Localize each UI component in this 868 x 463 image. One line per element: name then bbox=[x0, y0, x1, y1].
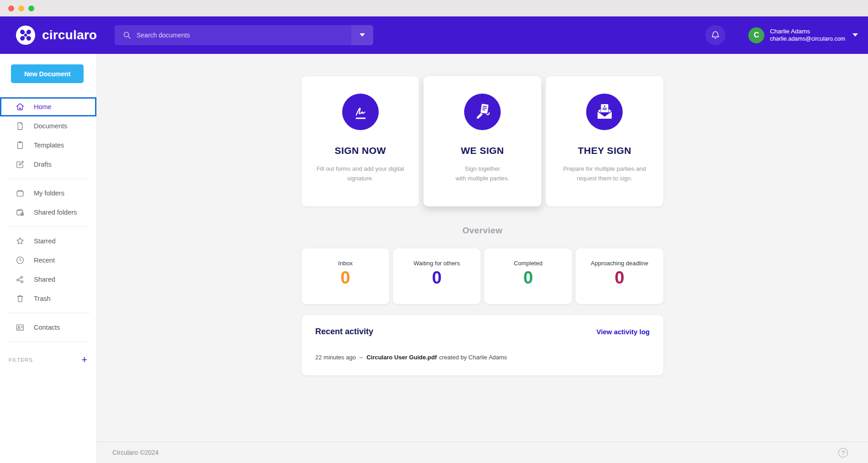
sidebar-item-label: Shared bbox=[34, 276, 55, 283]
icon-circle bbox=[586, 94, 623, 130]
sidebar-item-shared-folders[interactable]: Shared folders bbox=[0, 203, 96, 222]
document-icon bbox=[15, 121, 25, 131]
divider bbox=[6, 226, 90, 227]
card-title: THEY SIGN bbox=[546, 145, 663, 156]
home-icon bbox=[15, 102, 25, 112]
sidebar-item-documents[interactable]: Documents bbox=[0, 116, 96, 136]
stat-value: 0 bbox=[484, 268, 572, 288]
user-name: Charlie Adams bbox=[770, 28, 845, 36]
window-titlebar bbox=[0, 0, 868, 16]
minimize-window-button[interactable] bbox=[18, 5, 24, 11]
divider bbox=[6, 342, 90, 342]
hand-signing-icon bbox=[471, 101, 493, 123]
circularo-logo-icon bbox=[15, 25, 36, 46]
activity-time: 22 minutes ago bbox=[315, 354, 356, 361]
overview-heading: Overview bbox=[302, 226, 663, 236]
sidebar-item-label: Documents bbox=[34, 122, 67, 130]
stat-card-completed[interactable]: Completed 0 bbox=[484, 248, 572, 304]
sidebar: New Document Home Documents Templates bbox=[0, 54, 97, 463]
contact-card-icon bbox=[15, 322, 25, 332]
user-info: Charlie Adams charlie.adams@circularo.co… bbox=[770, 28, 845, 43]
brand-logo[interactable]: circularo bbox=[15, 25, 97, 46]
sidebar-item-trash[interactable]: Trash bbox=[0, 289, 96, 308]
sidebar-item-starred[interactable]: Starred bbox=[0, 232, 96, 251]
trash-icon bbox=[15, 294, 25, 304]
help-icon[interactable]: ? bbox=[838, 448, 848, 458]
they-sign-card[interactable]: THEY SIGN Prepare for multiple parties a… bbox=[546, 76, 663, 206]
view-activity-log-link[interactable]: View activity log bbox=[597, 328, 650, 336]
stat-card-waiting-for-others[interactable]: Waiting for others 0 bbox=[393, 248, 481, 304]
stat-card-approaching-deadline[interactable]: Approaching deadline 0 bbox=[576, 248, 663, 304]
avatar[interactable]: C bbox=[748, 27, 764, 43]
card-description: Sign together with multiple parties. bbox=[423, 164, 541, 184]
recent-activity-card: Recent activity View activity log 22 min… bbox=[302, 315, 663, 375]
star-icon bbox=[15, 236, 25, 246]
sidebar-item-templates[interactable]: Templates bbox=[0, 136, 96, 155]
stat-value: 0 bbox=[576, 268, 663, 288]
filters-section: FILTERS + bbox=[0, 347, 96, 365]
sign-now-card[interactable]: SIGN NOW Fill out forms and add your dig… bbox=[302, 76, 419, 206]
user-email: charlie.adams@circularo.com bbox=[770, 36, 845, 43]
overview-stats: Inbox 0 Waiting for others 0 Completed 0… bbox=[302, 248, 663, 304]
sidebar-nav: Home Documents Templates Drafts bbox=[0, 97, 96, 365]
card-title: WE SIGN bbox=[423, 145, 541, 156]
sidebar-item-label: Drafts bbox=[34, 161, 52, 168]
clock-icon bbox=[15, 255, 25, 265]
card-description: Prepare for multiple parties and request… bbox=[546, 164, 663, 184]
envelope-document-icon bbox=[593, 100, 616, 123]
zoom-window-button[interactable] bbox=[28, 5, 34, 11]
sidebar-item-shared[interactable]: Shared bbox=[0, 270, 96, 289]
sidebar-item-label: My folders bbox=[34, 189, 64, 197]
chevron-down-icon bbox=[852, 33, 858, 37]
action-cards: SIGN NOW Fill out forms and add your dig… bbox=[302, 76, 663, 206]
sidebar-item-contacts[interactable]: Contacts bbox=[0, 318, 96, 337]
sidebar-item-label: Home bbox=[34, 103, 52, 110]
card-description: Fill out forms and add your digital sign… bbox=[302, 164, 419, 184]
activity-entry: 22 minutes ago–Circularo User Guide.pdfc… bbox=[315, 354, 650, 361]
sidebar-item-drafts[interactable]: Drafts bbox=[0, 155, 96, 174]
icon-circle bbox=[464, 94, 501, 130]
sidebar-item-home[interactable]: Home bbox=[0, 97, 96, 116]
shared-folder-icon bbox=[15, 207, 25, 217]
notifications-button[interactable] bbox=[705, 25, 725, 45]
stat-value: 0 bbox=[302, 268, 389, 288]
stat-value: 0 bbox=[393, 268, 481, 288]
activity-separator: – bbox=[360, 354, 363, 361]
filters-label: FILTERS bbox=[9, 357, 33, 363]
card-title: SIGN NOW bbox=[302, 145, 419, 156]
sidebar-item-label: Templates bbox=[34, 142, 64, 149]
sidebar-item-label: Shared folders bbox=[34, 209, 77, 216]
chevron-down-icon bbox=[360, 33, 365, 37]
divider bbox=[6, 179, 90, 179]
search-scope-dropdown[interactable] bbox=[351, 25, 373, 45]
add-filter-button[interactable]: + bbox=[81, 355, 87, 365]
folder-icon bbox=[15, 188, 25, 198]
sidebar-item-my-folders[interactable]: My folders bbox=[0, 184, 96, 203]
app-header: circularo C Charlie Adams charlie.adams@… bbox=[0, 16, 868, 54]
stat-card-inbox[interactable]: Inbox 0 bbox=[302, 248, 389, 304]
close-window-button[interactable] bbox=[8, 5, 14, 11]
search-icon bbox=[122, 30, 132, 40]
copyright-text: Circularo ©2024 bbox=[112, 449, 159, 456]
user-menu-dropdown[interactable] bbox=[852, 33, 858, 37]
divider bbox=[6, 313, 90, 313]
stat-label: Inbox bbox=[302, 260, 389, 267]
search-bar bbox=[115, 25, 373, 45]
activity-detail: created by Charlie Adams bbox=[439, 354, 507, 361]
we-sign-card[interactable]: WE SIGN Sign together with multiple part… bbox=[423, 76, 541, 206]
main-content: SIGN NOW Fill out forms and add your dig… bbox=[97, 54, 868, 463]
signature-icon bbox=[349, 101, 371, 123]
footer: Circularo ©2024 ? bbox=[97, 442, 868, 463]
bell-icon bbox=[710, 30, 721, 41]
new-document-button[interactable]: New Document bbox=[11, 64, 84, 83]
stat-label: Completed bbox=[484, 260, 572, 267]
brand-name: circularo bbox=[42, 28, 97, 42]
edit-pencil-icon bbox=[15, 159, 25, 169]
share-icon bbox=[15, 274, 25, 284]
recent-activity-title: Recent activity bbox=[315, 327, 373, 337]
activity-file-name[interactable]: Circularo User Guide.pdf bbox=[366, 354, 437, 361]
stat-label: Approaching deadline bbox=[576, 260, 663, 267]
stat-label: Waiting for others bbox=[393, 260, 481, 267]
search-input[interactable] bbox=[132, 32, 351, 39]
sidebar-item-recent[interactable]: Recent bbox=[0, 251, 96, 270]
